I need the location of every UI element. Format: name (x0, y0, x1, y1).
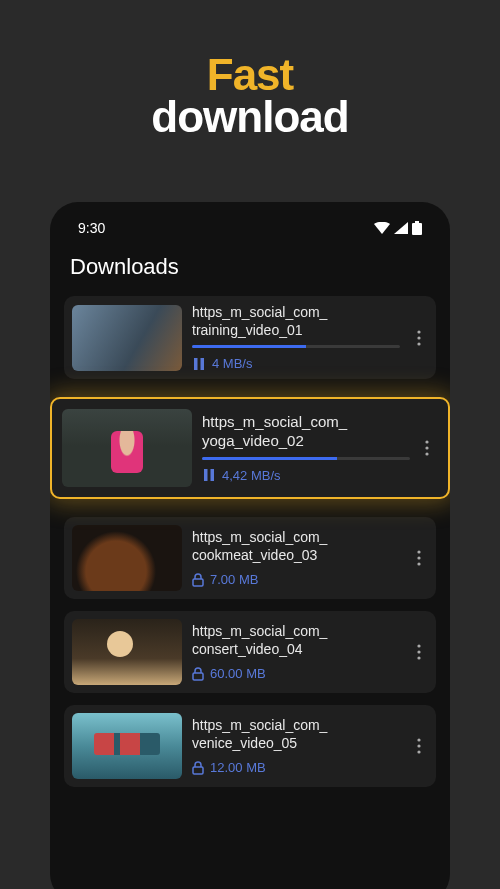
lock-icon (192, 573, 204, 587)
page-title: Downloads (50, 246, 450, 296)
svg-rect-20 (193, 767, 203, 774)
svg-rect-0 (412, 223, 422, 235)
download-stat-row: 4,42 MB/s (202, 468, 410, 483)
progress-bar (192, 345, 400, 348)
pause-icon (202, 468, 216, 482)
svg-point-10 (425, 446, 428, 449)
svg-point-4 (417, 330, 420, 333)
svg-point-15 (417, 562, 420, 565)
download-stat: 12.00 MB (210, 760, 266, 775)
download-filename: https_m_social_com_consert_video_04 (192, 623, 400, 658)
download-filename: https_m_social_com_yoga_video_02 (202, 413, 410, 451)
phone-frame: 9:30 Downloads https_m_social_com_traini… (50, 202, 450, 889)
svg-point-13 (417, 550, 420, 553)
download-card[interactable]: https_m_social_com_cookmeat_video_037.00… (64, 517, 436, 599)
download-stat-row: 60.00 MB (192, 666, 400, 681)
svg-point-11 (425, 452, 428, 455)
hero: Fast download (0, 0, 500, 172)
svg-point-17 (417, 644, 420, 647)
download-stat: 4 MB/s (212, 356, 252, 371)
svg-rect-1 (415, 221, 419, 223)
more-button[interactable] (420, 440, 438, 456)
download-card[interactable]: https_m_social_com_training_video_014 MB… (64, 296, 436, 379)
wifi-icon (374, 222, 390, 234)
download-card[interactable]: https_m_social_com_consert_video_0460.00… (64, 611, 436, 693)
signal-icon (394, 222, 408, 234)
download-filename: https_m_social_com_venice_video_05 (192, 717, 400, 752)
lock-icon (192, 667, 204, 681)
svg-rect-12 (193, 579, 203, 586)
svg-point-9 (425, 440, 428, 443)
download-info: https_m_social_com_venice_video_0512.00 … (192, 717, 400, 775)
more-button[interactable] (410, 550, 428, 566)
download-stat-row: 4 MB/s (192, 356, 400, 371)
status-bar: 9:30 (50, 212, 450, 246)
more-button[interactable] (410, 738, 428, 754)
video-thumbnail (72, 713, 182, 779)
svg-point-6 (417, 342, 420, 345)
svg-rect-2 (194, 358, 198, 370)
pause-icon (192, 357, 206, 371)
download-stat-row: 12.00 MB (192, 760, 400, 775)
progress-fill (202, 457, 337, 460)
svg-point-21 (417, 738, 420, 741)
more-button[interactable] (410, 330, 428, 346)
video-thumbnail (72, 305, 182, 371)
download-info: https_m_social_com_yoga_video_024,42 MB/… (202, 413, 410, 483)
download-info: https_m_social_com_training_video_014 MB… (192, 304, 400, 371)
status-time: 9:30 (78, 220, 105, 236)
svg-rect-16 (193, 673, 203, 680)
video-thumbnail (62, 409, 192, 487)
svg-rect-8 (211, 469, 215, 481)
download-card[interactable]: https_m_social_com_yoga_video_024,42 MB/… (50, 397, 450, 499)
svg-point-22 (417, 744, 420, 747)
status-icons (374, 221, 422, 235)
download-filename: https_m_social_com_training_video_01 (192, 304, 400, 339)
download-stat-row: 7.00 MB (192, 572, 400, 587)
downloads-list: https_m_social_com_training_video_014 MB… (50, 296, 450, 787)
download-card[interactable]: https_m_social_com_venice_video_0512.00 … (64, 705, 436, 787)
more-button[interactable] (410, 644, 428, 660)
download-stat: 4,42 MB/s (222, 468, 281, 483)
svg-point-18 (417, 650, 420, 653)
svg-point-5 (417, 336, 420, 339)
battery-icon (412, 221, 422, 235)
svg-point-19 (417, 656, 420, 659)
download-stat: 7.00 MB (210, 572, 258, 587)
download-filename: https_m_social_com_cookmeat_video_03 (192, 529, 400, 564)
progress-bar (202, 457, 410, 460)
svg-rect-3 (201, 358, 205, 370)
download-info: https_m_social_com_consert_video_0460.00… (192, 623, 400, 681)
download-info: https_m_social_com_cookmeat_video_037.00… (192, 529, 400, 587)
svg-point-23 (417, 750, 420, 753)
video-thumbnail (72, 525, 182, 591)
download-stat: 60.00 MB (210, 666, 266, 681)
svg-point-14 (417, 556, 420, 559)
hero-title: download (0, 92, 500, 142)
svg-rect-7 (204, 469, 208, 481)
video-thumbnail (72, 619, 182, 685)
progress-fill (192, 345, 306, 348)
lock-icon (192, 761, 204, 775)
